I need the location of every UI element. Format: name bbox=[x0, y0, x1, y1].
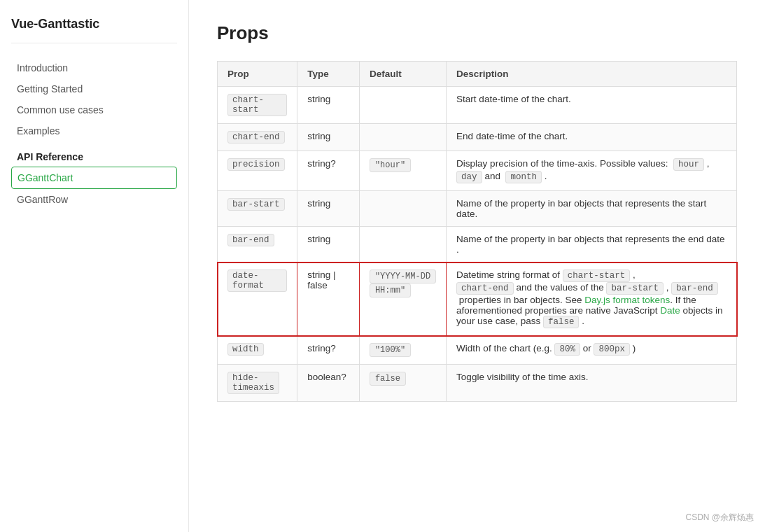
sidebar-item-getting-started[interactable]: Getting Started bbox=[11, 78, 177, 99]
prop-cell: date-format bbox=[218, 262, 297, 336]
col-header-default: Default bbox=[359, 62, 446, 87]
prop-name-badge: date-format bbox=[227, 270, 287, 292]
type-cell: string bbox=[297, 191, 360, 227]
prop-cell: bar-end bbox=[218, 227, 297, 262]
prop-cell: hide-timeaxis bbox=[218, 365, 297, 402]
default-value-badge: false bbox=[370, 372, 406, 386]
date-link[interactable]: Date bbox=[660, 305, 680, 316]
inline-code: chart-start bbox=[563, 270, 631, 282]
default-value-badge: "100%" bbox=[370, 343, 411, 357]
table-row: width string? "100%" Width of the chart … bbox=[218, 336, 737, 365]
sidebar-item-introduction[interactable]: Introduction bbox=[11, 57, 177, 78]
prop-name-badge: bar-start bbox=[227, 198, 285, 211]
prop-cell: bar-start bbox=[218, 191, 297, 227]
prop-name-badge: bar-end bbox=[227, 234, 274, 246]
type-cell: string bbox=[297, 124, 360, 151]
table-row: chart-end string End date-time of the ch… bbox=[218, 124, 737, 151]
default-cell: "hour" bbox=[359, 151, 446, 191]
desc-cell: Start date-time of the chart. bbox=[447, 87, 737, 124]
page-title: Props bbox=[217, 22, 737, 44]
sidebar: Vue-Ganttastic Introduction Getting Star… bbox=[0, 0, 189, 532]
default-cell bbox=[359, 87, 446, 124]
main-content: Props Prop Type Default Description char… bbox=[189, 0, 765, 532]
table-row: bar-end string Name of the property in b… bbox=[218, 227, 737, 262]
default-value-badge: "hour" bbox=[370, 158, 411, 172]
table-row: hide-timeaxis boolean? false Toggle visi… bbox=[218, 365, 737, 402]
desc-cell: Datetime string format of chart-start , … bbox=[447, 262, 737, 336]
table-row: precision string? "hour" Display precisi… bbox=[218, 151, 737, 191]
type-cell: boolean? bbox=[297, 365, 360, 402]
type-cell: string? bbox=[297, 151, 360, 191]
inline-code-80: 80% bbox=[554, 343, 580, 356]
col-header-type: Type bbox=[297, 62, 360, 87]
type-cell: string bbox=[297, 87, 360, 124]
table-row-highlighted: date-format string | false "YYYY-MM-DD H… bbox=[218, 262, 737, 336]
sidebar-item-gganttrow[interactable]: GGanttRow bbox=[11, 189, 177, 210]
prop-cell: width bbox=[218, 336, 297, 365]
inline-code-hour: hour bbox=[673, 158, 704, 171]
desc-cell: End date-time of the chart. bbox=[447, 124, 737, 151]
desc-cell: Name of the property in bar objects that… bbox=[447, 191, 737, 227]
sidebar-logo: Vue-Ganttastic bbox=[11, 17, 177, 43]
col-header-description: Description bbox=[447, 62, 737, 87]
sidebar-api-section-title: API Reference bbox=[11, 141, 177, 167]
prop-name-badge: width bbox=[227, 343, 264, 356]
props-table: Prop Type Default Description chart-star… bbox=[217, 61, 737, 402]
sidebar-item-examples[interactable]: Examples bbox=[11, 120, 177, 141]
default-value-badge-2: HH:mm" bbox=[370, 284, 411, 298]
inline-code-day: day bbox=[456, 171, 482, 183]
default-cell: false bbox=[359, 365, 446, 402]
inline-code: bar-start bbox=[606, 282, 664, 295]
prop-name-badge: chart-end bbox=[227, 131, 285, 144]
table-row: chart-start string Start date-time of th… bbox=[218, 87, 737, 124]
col-header-prop: Prop bbox=[218, 62, 297, 87]
default-cell bbox=[359, 124, 446, 151]
inline-code: chart-end bbox=[456, 282, 514, 295]
default-cell bbox=[359, 191, 446, 227]
desc-cell: Toggle visibility of the time axis. bbox=[447, 365, 737, 402]
desc-cell: Name of the property in bar objects that… bbox=[447, 227, 737, 262]
inline-code: false bbox=[543, 316, 580, 328]
prop-name-badge: chart-start bbox=[227, 94, 287, 116]
default-value-badge: "YYYY-MM-DD bbox=[370, 270, 436, 284]
sidebar-item-common-use-cases[interactable]: Common use cases bbox=[11, 99, 177, 120]
desc-cell: Width of the chart (e.g. 80% or 800px ) bbox=[447, 336, 737, 365]
table-row: bar-start string Name of the property in… bbox=[218, 191, 737, 227]
prop-name-badge: hide-timeaxis bbox=[227, 372, 279, 394]
type-cell: string bbox=[297, 227, 360, 262]
default-cell: "100%" bbox=[359, 336, 446, 365]
prop-cell: precision bbox=[218, 151, 297, 191]
inline-code-800px: 800px bbox=[594, 343, 630, 356]
default-cell bbox=[359, 227, 446, 262]
inline-code: bar-end bbox=[671, 282, 718, 295]
prop-cell: chart-start bbox=[218, 87, 297, 124]
prop-name-badge: precision bbox=[227, 158, 285, 171]
inline-code-month: month bbox=[505, 171, 542, 183]
sidebar-nav: Introduction Getting Started Common use … bbox=[11, 57, 177, 210]
type-cell: string? bbox=[297, 336, 360, 365]
dayjs-link[interactable]: Day.js format tokens bbox=[584, 295, 670, 305]
default-cell: "YYYY-MM-DD HH:mm" bbox=[359, 262, 446, 336]
type-cell: string | false bbox=[297, 262, 360, 336]
prop-cell: chart-end bbox=[218, 124, 297, 151]
sidebar-item-gganttchart[interactable]: GGanttChart bbox=[11, 167, 177, 189]
desc-cell: Display precision of the time-axis. Poss… bbox=[447, 151, 737, 191]
